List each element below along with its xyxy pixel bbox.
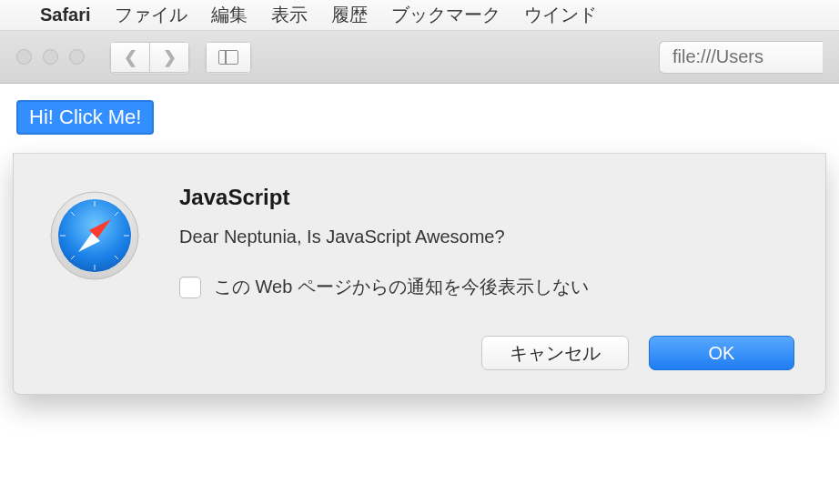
cancel-button[interactable]: キャンセル [481,336,629,370]
chevron-right-icon: ❯ [163,47,177,67]
chevron-left-icon: ❮ [124,47,137,67]
menu-history[interactable]: 履歴 [331,3,368,27]
dialog-message: Dear Neptunia, Is JavaScript Awesome? [179,227,794,247]
dialog-title: JavaScript [179,185,794,210]
suppress-row: この Web ページからの通知を今後表示しない [179,275,794,299]
address-text: file:///Users [672,46,763,67]
window-controls [16,49,85,65]
menu-bookmarks[interactable]: ブックマーク [391,3,500,27]
hi-click-me-button[interactable]: Hi! Click Me! [16,100,154,135]
ok-button[interactable]: OK [649,336,794,370]
sidebar-icon [218,50,238,65]
page-content: Hi! Click Me! [0,84,839,151]
forward-button[interactable]: ❯ [149,42,189,73]
menu-file[interactable]: ファイル [115,3,187,27]
back-button[interactable]: ❮ [110,42,150,73]
menu-window[interactable]: ウインド [524,3,597,27]
window-minimize-icon[interactable] [43,49,58,65]
suppress-label: この Web ページからの通知を今後表示しない [214,275,589,299]
suppress-checkbox[interactable] [179,277,201,298]
window-zoom-icon[interactable] [69,49,85,65]
sidebar-toggle[interactable] [206,42,251,73]
dialog-button-row: キャンセル OK [179,336,794,370]
app-name[interactable]: Safari [40,5,91,25]
window-close-icon[interactable] [16,49,32,65]
address-bar[interactable]: file:///Users [659,41,823,74]
nav-buttons: ❮ ❯ [110,42,189,73]
browser-toolbar: ❮ ❯ file:///Users [0,31,839,84]
js-confirm-dialog: JavaScript Dear Neptunia, Is JavaScript … [13,153,826,395]
menu-edit[interactable]: 編集 [211,3,248,27]
menu-view[interactable]: 表示 [271,3,308,27]
system-menubar: Safari ファイル 編集 表示 履歴 ブックマーク ウインド [0,0,839,31]
safari-app-icon [45,185,145,370]
